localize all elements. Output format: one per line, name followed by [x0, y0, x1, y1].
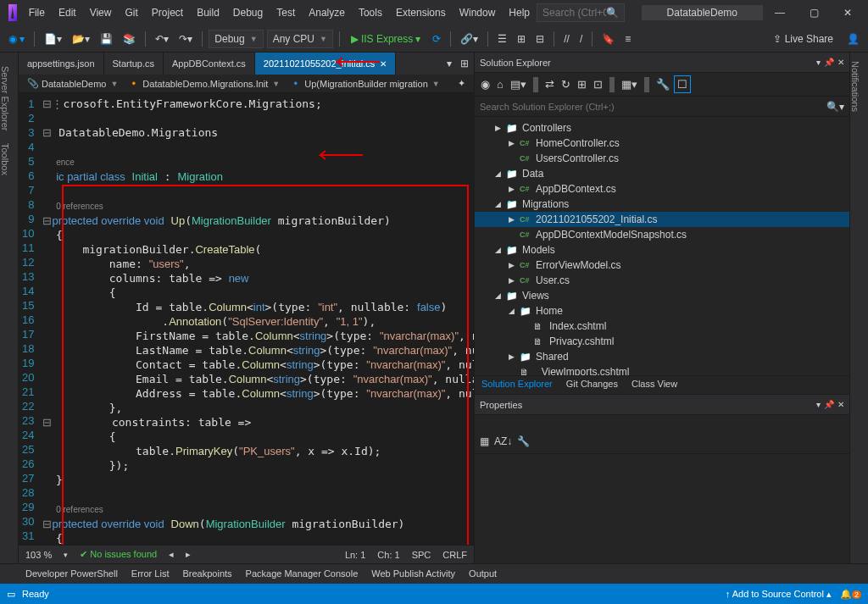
platform-combo[interactable]: Any CPU▼	[267, 30, 333, 48]
tree-item[interactable]: ▶C#HomeController.cs	[475, 136, 849, 151]
editor-tab[interactable]: appsettings.json	[19, 53, 104, 75]
se-expand-button[interactable]: ⊞	[575, 76, 589, 92]
se-properties-button[interactable]: 🔧	[654, 76, 672, 92]
se-show-all-button[interactable]: ▦▾	[619, 76, 640, 92]
search-box[interactable]: 🔍	[537, 3, 625, 22]
editor-tab[interactable]: AppDBContext.cs	[164, 53, 255, 75]
categorize-button[interactable]: ▦	[480, 435, 489, 450]
live-share-button[interactable]: ⇪ Live Share	[766, 31, 840, 47]
open-button[interactable]: 📂▾	[69, 29, 93, 49]
tab-dropdown-button[interactable]: ▾	[443, 58, 455, 69]
undo-button[interactable]: ↶▾	[152, 29, 172, 49]
tree-item[interactable]: ◢Data	[475, 166, 849, 181]
toolbox-btn4[interactable]: ≡	[621, 29, 634, 49]
bottom-tab[interactable]: Package Manager Console	[239, 566, 365, 581]
alphabetize-button[interactable]: AZ↓	[494, 435, 512, 450]
maximize-button[interactable]: ▢	[797, 0, 831, 25]
redo-button[interactable]: ↷▾	[175, 29, 196, 49]
editor-tab[interactable]: Startup.cs	[104, 53, 164, 75]
save-all-button[interactable]: 📚	[120, 29, 139, 49]
pin-icon[interactable]: 📌	[824, 400, 834, 409]
tree-item[interactable]: ▶Controllers	[475, 120, 849, 136]
menu-view[interactable]: View	[83, 3, 119, 22]
tree-item[interactable]: 🗎Index.cshtml	[475, 319, 849, 334]
account-button[interactable]: 👤	[843, 29, 863, 49]
eol-mode[interactable]: CRLF	[442, 550, 467, 560]
tab-overflow-button[interactable]: ⊞	[455, 58, 474, 69]
close-panel-icon[interactable]: ✕	[837, 58, 844, 67]
tree-item[interactable]: C#UsersController.cs	[475, 151, 849, 166]
menu-test[interactable]: Test	[270, 3, 302, 22]
toolbox-tab[interactable]: Toolbox	[0, 138, 12, 180]
bottom-tab[interactable]: Developer PowerShell	[19, 566, 125, 581]
server-explorer-tab[interactable]: Server Explorer	[0, 61, 12, 136]
browser-link-button[interactable]: 🔗▾	[457, 29, 481, 49]
code-editor[interactable]: 1234567891011121314151617181920212223242…	[19, 93, 474, 545]
tree-item[interactable]: ▶Shared	[475, 349, 849, 364]
toolbox-btn2[interactable]: ⊞	[514, 29, 529, 49]
menu-extensions[interactable]: Extensions	[389, 3, 453, 22]
tree-item[interactable]: ▶C#AppDBContext.cs	[475, 181, 849, 197]
close-tab-icon[interactable]: ✕	[380, 59, 387, 69]
bookmark-button[interactable]: 🔖	[598, 29, 618, 49]
bottom-tab[interactable]: Error List	[125, 566, 176, 581]
se-view-button[interactable]: ▤▾	[508, 76, 529, 92]
bottom-tab[interactable]: Breakpoints	[175, 566, 238, 581]
breadcrumb-project[interactable]: 📎 DatatableDemo▼	[22, 76, 123, 91]
menu-debug[interactable]: Debug	[226, 3, 270, 22]
editor-tab[interactable]: 20211021055202_Initial.cs✕	[255, 53, 397, 75]
tree-item[interactable]: ▶C#ErrorViewModel.cs	[475, 258, 849, 273]
toolbox-btn1[interactable]: ☰	[494, 29, 510, 49]
menu-git[interactable]: Git	[118, 3, 144, 22]
bottom-tab[interactable]: Web Publish Activity	[364, 566, 462, 581]
tree-item[interactable]: ▶C#20211021055202_Initial.cs	[475, 212, 849, 227]
se-home-button[interactable]: ⌂	[494, 76, 506, 92]
comment-button[interactable]: //	[560, 29, 573, 49]
indent-mode[interactable]: SPC	[412, 550, 431, 560]
uncomment-button[interactable]: /	[576, 29, 586, 49]
menu-window[interactable]: Window	[453, 3, 503, 22]
minimize-button[interactable]: —	[763, 0, 797, 25]
menu-analyze[interactable]: Analyze	[302, 3, 352, 22]
tree-item[interactable]: 🗎_ViewImports.cshtml	[475, 364, 849, 375]
nav-next-icon[interactable]: ▸	[186, 549, 191, 560]
search-options-icon[interactable]: 🔍▾	[826, 101, 844, 113]
tree-item[interactable]: ◢Models	[475, 242, 849, 258]
notification-bell-button[interactable]: 🔔2	[840, 589, 861, 600]
run-button[interactable]: ▶ IIS Express ▾	[346, 31, 426, 47]
solution-tree[interactable]: ▶Controllers▶C#HomeController.csC#UsersC…	[475, 117, 849, 375]
code-content[interactable]: ⊟⋮crosoft.EntityFrameworkCore.Migrations…	[42, 93, 474, 545]
panel-options-icon[interactable]: ▾	[816, 400, 821, 409]
tree-item[interactable]: C#AppDBContextModelSnapshot.cs	[475, 227, 849, 242]
menu-tools[interactable]: Tools	[352, 3, 389, 22]
menu-project[interactable]: Project	[145, 3, 190, 22]
nav-prev-icon[interactable]: ◂	[169, 549, 174, 560]
split-editor-button[interactable]: ✦	[453, 76, 470, 91]
breadcrumb-namespace[interactable]: 🔸DatatableDemo.Migrations.Init▼	[123, 76, 285, 91]
tree-item[interactable]: ◢Home	[475, 303, 849, 319]
pin-icon[interactable]: 📌	[824, 58, 834, 67]
close-button[interactable]: ✕	[831, 0, 865, 25]
close-panel-icon[interactable]: ✕	[837, 400, 844, 409]
se-refresh-button[interactable]: ↻	[559, 76, 573, 92]
solution-search-input[interactable]	[480, 102, 826, 112]
se-sync-button[interactable]: ⇄	[542, 76, 557, 92]
new-button[interactable]: 📄▾	[41, 29, 65, 49]
se-collapse-button[interactable]: ⊡	[591, 76, 605, 92]
refresh-browser-button[interactable]: ⟳	[429, 29, 444, 49]
tree-item[interactable]: 🗎Privacy.cshtml	[475, 334, 849, 349]
nav-back-button[interactable]: ◉ ▾	[5, 29, 28, 49]
panel-options-icon[interactable]: ▾	[816, 58, 821, 67]
menu-help[interactable]: Help	[502, 3, 537, 22]
toolbox-btn3[interactable]: ⊟	[532, 29, 548, 49]
search-input[interactable]	[542, 7, 606, 19]
search-icon[interactable]: 🔍	[606, 7, 619, 19]
zoom-level[interactable]: 103 %	[25, 550, 52, 560]
tab-solution-explorer[interactable]: Solution Explorer	[475, 376, 559, 394]
issues-indicator[interactable]: ✔ No issues found	[80, 549, 157, 560]
tab-git-changes[interactable]: Git Changes	[559, 376, 625, 394]
se-back-button[interactable]: ◉	[478, 76, 492, 92]
se-preview-button[interactable]: ☐	[674, 75, 691, 93]
config-combo[interactable]: Debug▼	[209, 30, 263, 48]
props-wrench-button[interactable]: 🔧	[517, 435, 530, 450]
